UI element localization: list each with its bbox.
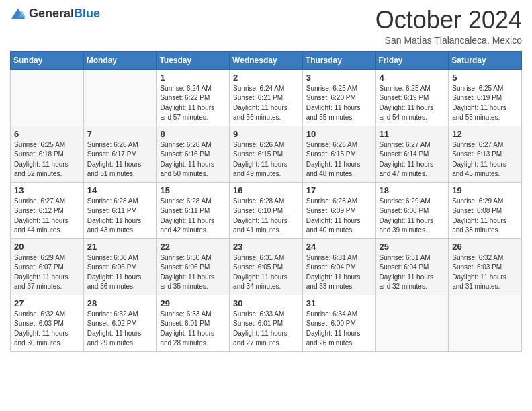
page: GeneralBlue October 2024 San Matias Tlal… xyxy=(0,0,532,362)
day-info: Sunrise: 6:28 AM Sunset: 6:10 PM Dayligh… xyxy=(233,197,299,236)
day-number: 29 xyxy=(160,298,226,308)
day-cell: 20Sunrise: 6:29 AM Sunset: 6:07 PM Dayli… xyxy=(11,238,84,295)
day-cell: 1Sunrise: 6:24 AM Sunset: 6:22 PM Daylig… xyxy=(157,69,230,126)
day-cell: 7Sunrise: 6:26 AM Sunset: 6:17 PM Daylig… xyxy=(83,126,157,182)
day-info: Sunrise: 6:24 AM Sunset: 6:21 PM Dayligh… xyxy=(233,84,299,123)
day-info: Sunrise: 6:31 AM Sunset: 6:04 PM Dayligh… xyxy=(380,253,445,292)
day-cell xyxy=(83,69,157,126)
day-cell: 24Sunrise: 6:31 AM Sunset: 6:04 PM Dayli… xyxy=(302,238,375,295)
day-number: 2 xyxy=(233,73,299,83)
day-info: Sunrise: 6:27 AM Sunset: 6:14 PM Dayligh… xyxy=(380,140,445,179)
logo-general: General xyxy=(29,7,74,20)
day-info: Sunrise: 6:28 AM Sunset: 6:09 PM Dayligh… xyxy=(306,197,372,236)
day-info: Sunrise: 6:33 AM Sunset: 6:01 PM Dayligh… xyxy=(233,310,299,349)
day-number: 24 xyxy=(306,242,372,252)
day-number: 26 xyxy=(452,242,518,252)
day-cell: 14Sunrise: 6:28 AM Sunset: 6:11 PM Dayli… xyxy=(83,182,157,238)
logo-text: GeneralBlue xyxy=(29,7,100,21)
day-info: Sunrise: 6:31 AM Sunset: 6:05 PM Dayligh… xyxy=(233,253,299,292)
day-cell: 31Sunrise: 6:34 AM Sunset: 6:00 PM Dayli… xyxy=(302,295,375,351)
day-number: 5 xyxy=(452,73,518,83)
day-cell: 13Sunrise: 6:27 AM Sunset: 6:12 PM Dayli… xyxy=(11,182,84,238)
header-row: SundayMondayTuesdayWednesdayThursdayFrid… xyxy=(11,51,522,69)
week-row-3: 20Sunrise: 6:29 AM Sunset: 6:07 PM Dayli… xyxy=(11,238,522,295)
day-info: Sunrise: 6:25 AM Sunset: 6:20 PM Dayligh… xyxy=(306,84,372,123)
day-number: 1 xyxy=(160,73,226,83)
day-number: 20 xyxy=(14,242,80,252)
logo-blue: Blue xyxy=(74,7,100,20)
day-info: Sunrise: 6:27 AM Sunset: 6:13 PM Dayligh… xyxy=(452,140,518,179)
logo: GeneralBlue xyxy=(10,7,100,21)
day-cell: 27Sunrise: 6:32 AM Sunset: 6:03 PM Dayli… xyxy=(11,295,84,351)
day-cell: 23Sunrise: 6:31 AM Sunset: 6:05 PM Dayli… xyxy=(230,238,303,295)
day-number: 13 xyxy=(14,185,80,195)
week-row-0: 1Sunrise: 6:24 AM Sunset: 6:22 PM Daylig… xyxy=(11,69,522,126)
day-cell: 17Sunrise: 6:28 AM Sunset: 6:09 PM Dayli… xyxy=(302,182,375,238)
day-info: Sunrise: 6:34 AM Sunset: 6:00 PM Dayligh… xyxy=(306,310,372,349)
day-number: 4 xyxy=(380,73,445,83)
week-row-4: 27Sunrise: 6:32 AM Sunset: 6:03 PM Dayli… xyxy=(11,295,522,351)
day-cell: 29Sunrise: 6:33 AM Sunset: 6:01 PM Dayli… xyxy=(157,295,230,351)
week-row-2: 13Sunrise: 6:27 AM Sunset: 6:12 PM Dayli… xyxy=(11,182,522,238)
day-info: Sunrise: 6:29 AM Sunset: 6:08 PM Dayligh… xyxy=(380,197,445,236)
title-block: October 2024 San Matias Tlalancaleca, Me… xyxy=(375,7,522,46)
col-header-friday: Friday xyxy=(375,51,449,69)
day-number: 15 xyxy=(160,185,226,195)
day-cell: 12Sunrise: 6:27 AM Sunset: 6:13 PM Dayli… xyxy=(449,126,522,182)
day-cell: 5Sunrise: 6:25 AM Sunset: 6:19 PM Daylig… xyxy=(449,69,522,126)
day-cell: 10Sunrise: 6:26 AM Sunset: 6:15 PM Dayli… xyxy=(302,126,375,182)
day-number: 17 xyxy=(306,185,372,195)
day-cell: 30Sunrise: 6:33 AM Sunset: 6:01 PM Dayli… xyxy=(230,295,303,351)
day-number: 14 xyxy=(87,185,153,195)
day-cell: 9Sunrise: 6:26 AM Sunset: 6:15 PM Daylig… xyxy=(230,126,303,182)
col-header-wednesday: Wednesday xyxy=(230,51,303,69)
day-info: Sunrise: 6:26 AM Sunset: 6:17 PM Dayligh… xyxy=(87,140,153,179)
day-info: Sunrise: 6:30 AM Sunset: 6:06 PM Dayligh… xyxy=(160,253,226,292)
day-cell: 6Sunrise: 6:25 AM Sunset: 6:18 PM Daylig… xyxy=(11,126,84,182)
day-number: 23 xyxy=(233,242,299,252)
day-info: Sunrise: 6:27 AM Sunset: 6:12 PM Dayligh… xyxy=(14,197,80,236)
day-number: 8 xyxy=(160,129,226,139)
day-cell xyxy=(11,69,84,126)
day-info: Sunrise: 6:29 AM Sunset: 6:07 PM Dayligh… xyxy=(14,253,80,292)
day-number: 28 xyxy=(87,298,153,308)
day-info: Sunrise: 6:26 AM Sunset: 6:16 PM Dayligh… xyxy=(160,140,226,179)
day-number: 16 xyxy=(233,185,299,195)
day-number: 6 xyxy=(14,129,80,139)
day-number: 30 xyxy=(233,298,299,308)
day-info: Sunrise: 6:29 AM Sunset: 6:08 PM Dayligh… xyxy=(452,197,518,236)
calendar-table: SundayMondayTuesdayWednesdayThursdayFrid… xyxy=(10,51,522,352)
day-cell: 2Sunrise: 6:24 AM Sunset: 6:21 PM Daylig… xyxy=(230,69,303,126)
day-info: Sunrise: 6:28 AM Sunset: 6:11 PM Dayligh… xyxy=(87,197,153,236)
day-cell: 8Sunrise: 6:26 AM Sunset: 6:16 PM Daylig… xyxy=(157,126,230,182)
day-number: 21 xyxy=(87,242,153,252)
day-cell: 11Sunrise: 6:27 AM Sunset: 6:14 PM Dayli… xyxy=(375,126,449,182)
day-cell: 28Sunrise: 6:32 AM Sunset: 6:02 PM Dayli… xyxy=(83,295,157,351)
day-info: Sunrise: 6:28 AM Sunset: 6:11 PM Dayligh… xyxy=(160,197,226,236)
day-cell xyxy=(449,295,522,351)
day-number: 22 xyxy=(160,242,226,252)
col-header-sunday: Sunday xyxy=(11,51,84,69)
day-info: Sunrise: 6:24 AM Sunset: 6:22 PM Dayligh… xyxy=(160,84,226,123)
col-header-tuesday: Tuesday xyxy=(157,51,230,69)
day-number: 12 xyxy=(452,129,518,139)
day-info: Sunrise: 6:30 AM Sunset: 6:06 PM Dayligh… xyxy=(87,253,153,292)
col-header-saturday: Saturday xyxy=(449,51,522,69)
day-cell: 19Sunrise: 6:29 AM Sunset: 6:08 PM Dayli… xyxy=(449,182,522,238)
col-header-monday: Monday xyxy=(83,51,157,69)
day-cell: 22Sunrise: 6:30 AM Sunset: 6:06 PM Dayli… xyxy=(157,238,230,295)
day-cell: 25Sunrise: 6:31 AM Sunset: 6:04 PM Dayli… xyxy=(375,238,449,295)
day-number: 7 xyxy=(87,129,153,139)
day-cell: 18Sunrise: 6:29 AM Sunset: 6:08 PM Dayli… xyxy=(375,182,449,238)
day-info: Sunrise: 6:26 AM Sunset: 6:15 PM Dayligh… xyxy=(233,140,299,179)
logo-icon xyxy=(10,7,26,21)
day-info: Sunrise: 6:25 AM Sunset: 6:19 PM Dayligh… xyxy=(452,84,518,123)
month-title: October 2024 xyxy=(375,7,522,34)
day-cell: 21Sunrise: 6:30 AM Sunset: 6:06 PM Dayli… xyxy=(83,238,157,295)
header: GeneralBlue October 2024 San Matias Tlal… xyxy=(10,7,522,46)
day-cell: 4Sunrise: 6:25 AM Sunset: 6:19 PM Daylig… xyxy=(375,69,449,126)
day-info: Sunrise: 6:31 AM Sunset: 6:04 PM Dayligh… xyxy=(306,253,372,292)
day-cell: 16Sunrise: 6:28 AM Sunset: 6:10 PM Dayli… xyxy=(230,182,303,238)
day-info: Sunrise: 6:32 AM Sunset: 6:02 PM Dayligh… xyxy=(87,310,153,349)
week-row-1: 6Sunrise: 6:25 AM Sunset: 6:18 PM Daylig… xyxy=(11,126,522,182)
